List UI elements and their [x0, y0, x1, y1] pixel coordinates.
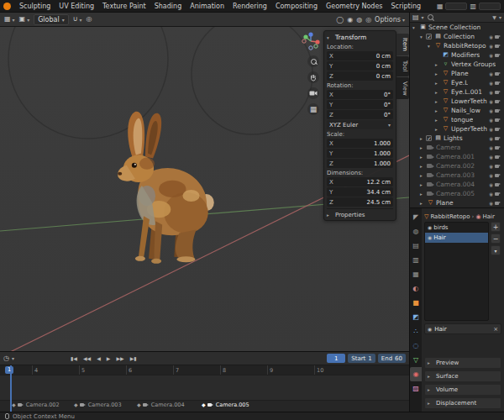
wireframe-shading-icon[interactable]: ◯ [336, 16, 344, 24]
remove-slot-button[interactable] [491, 234, 501, 244]
eye-icon[interactable] [489, 42, 493, 50]
render-camera-icon[interactable] [495, 117, 502, 123]
current-frame-field[interactable]: 1 [327, 354, 345, 363]
slot-specials-button[interactable] [491, 245, 501, 255]
scene-selector-field[interactable] [445, 3, 467, 10]
view-layer-selector-field[interactable] [479, 3, 501, 10]
render-camera-icon[interactable] [495, 135, 502, 142]
workspace-tab[interactable]: Rendering [228, 3, 271, 10]
outliner-row[interactable]: Camera.003 [410, 171, 504, 180]
outliner-row[interactable]: Camera.001 [410, 152, 504, 161]
eye-icon[interactable] [489, 162, 493, 170]
expander-icon[interactable] [435, 71, 441, 76]
render-camera-icon[interactable] [495, 181, 502, 188]
expander-icon[interactable] [435, 62, 441, 67]
move-view-button[interactable] [307, 71, 319, 83]
workspace-tab[interactable]: Geometry Nodes [322, 3, 386, 10]
rendered-shading-icon[interactable]: ◎ [365, 16, 371, 24]
expander-icon[interactable] [420, 34, 426, 39]
eye-icon[interactable] [489, 116, 493, 123]
eye-icon[interactable] [489, 51, 493, 59]
material-datablock-field[interactable]: Hair [424, 323, 501, 334]
render-camera-icon[interactable] [495, 43, 502, 50]
render-camera-icon[interactable] [495, 154, 502, 160]
timeline-marker[interactable]: Camera.004 [137, 402, 185, 408]
expander-icon[interactable] [435, 118, 441, 123]
render-camera-icon[interactable] [495, 200, 502, 207]
collection-checkbox[interactable] [426, 34, 432, 39]
eye-icon[interactable] [489, 97, 493, 105]
expander-icon[interactable] [420, 155, 426, 160]
outliner-row[interactable]: tongue [410, 115, 504, 124]
panel-section-header[interactable]: Preview [424, 357, 501, 369]
eye-icon[interactable] [489, 134, 493, 142]
properties-tab[interactable] [410, 253, 422, 267]
rotation-field[interactable]: Z0° [327, 110, 393, 119]
timeline-editor-icon[interactable]: ◷ [3, 354, 9, 362]
expander-icon[interactable] [435, 81, 441, 86]
editor-type-button[interactable]: ▦ [4, 16, 15, 24]
outliner-row[interactable]: Lights [410, 134, 504, 143]
breadcrumb-material[interactable]: Hair [483, 213, 495, 220]
properties-tab[interactable] [410, 367, 422, 381]
unlink-button[interactable] [493, 326, 498, 333]
outliner-row[interactable]: UpperTeeth [410, 124, 504, 134]
properties-tab[interactable] [410, 353, 422, 367]
location-field[interactable]: Y0 cm [327, 61, 393, 71]
render-camera-icon[interactable] [495, 71, 502, 77]
panel-section-header[interactable]: Surface [424, 370, 501, 382]
render-camera-icon[interactable] [495, 52, 502, 59]
properties-tab[interactable] [410, 339, 422, 353]
expander-icon[interactable] [420, 182, 426, 187]
sidebar-tab[interactable]: Tool [396, 56, 409, 76]
zoom-button[interactable] [307, 55, 319, 67]
sidebar-tab[interactable]: Item [396, 34, 409, 55]
eye-icon[interactable] [489, 171, 493, 179]
play-reverse-button[interactable] [95, 354, 102, 362]
outliner-row[interactable]: Eye.L.001 [410, 87, 504, 97]
material-preview-shading-icon[interactable]: ◍ [356, 16, 362, 24]
properties-tab[interactable] [410, 281, 422, 296]
transform-panel-header[interactable]: Transform [327, 33, 393, 42]
rotation-mode-dropdown[interactable]: XYZ Euler [327, 120, 393, 129]
workspace-tab[interactable]: UV Editing [55, 3, 98, 10]
panel-section-header[interactable]: Volume [424, 384, 501, 396]
outliner-row[interactable]: Collection [410, 32, 504, 41]
outliner-row[interactable]: Plane [410, 198, 504, 207]
eye-icon[interactable] [489, 181, 493, 188]
location-field[interactable]: X0 cm [327, 51, 393, 60]
render-camera-icon[interactable] [495, 108, 502, 114]
render-camera-icon[interactable] [495, 34, 502, 40]
render-camera-icon[interactable] [495, 126, 502, 133]
render-camera-icon[interactable] [495, 80, 502, 87]
next-keyframe-button[interactable] [114, 354, 125, 362]
eye-icon[interactable] [489, 70, 493, 77]
workspace-tab[interactable]: Sculpting [15, 3, 55, 10]
outliner-row[interactable]: Vertex Groups [410, 60, 504, 69]
render-camera-icon[interactable] [495, 89, 502, 96]
workspace-tab[interactable]: Shading [150, 3, 186, 10]
dimension-field[interactable]: X12.2 cm [327, 177, 393, 186]
properties-section-header[interactable]: Properties [327, 208, 393, 218]
breadcrumb-object[interactable]: RabbitRetopo [430, 213, 470, 220]
rotation-field[interactable]: Y0° [327, 100, 393, 109]
mode-button[interactable]: ▣ [19, 16, 30, 24]
expander-icon[interactable] [420, 136, 426, 141]
material-slot[interactable]: Hair [425, 233, 488, 243]
dimension-field[interactable]: Z24.5 cm [327, 197, 393, 207]
scale-field[interactable]: Y1.000 [327, 149, 393, 158]
outliner-row[interactable]: Scene Collection [410, 23, 504, 32]
expander-icon[interactable] [420, 173, 426, 178]
workspace-tab[interactable]: Scripting [387, 3, 426, 10]
outliner-editor-icon[interactable]: ▤ [412, 14, 419, 21]
rabbit-model[interactable] [71, 108, 223, 277]
outliner-row[interactable]: Camera.005 [410, 189, 504, 198]
timeline-marker[interactable]: Camera.003 [74, 402, 122, 408]
navigation-gizmo[interactable] [300, 30, 322, 52]
outliner-row[interactable]: Plane [410, 69, 504, 78]
sidebar-tab[interactable]: View [396, 77, 409, 100]
3d-viewport[interactable]: ▦ Transform Location: X0 cmY0 cmZ0 cm Ro… [0, 27, 409, 351]
outliner-row[interactable]: LowerTeeth [410, 97, 504, 106]
location-field[interactable]: Z0 cm [327, 71, 393, 81]
timeline-marker[interactable]: Camera.005 [202, 402, 249, 408]
